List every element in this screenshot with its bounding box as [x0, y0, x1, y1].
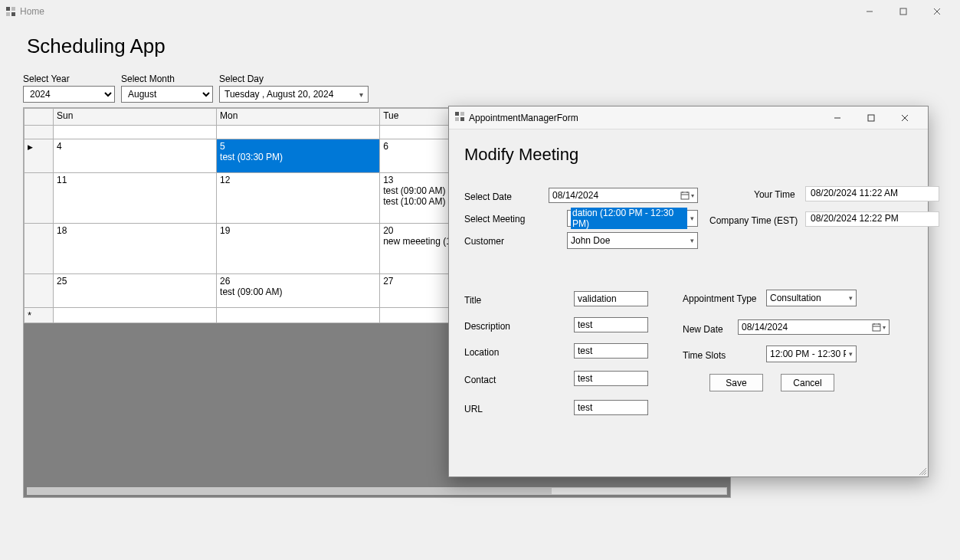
calendar-cell[interactable]: [217, 126, 380, 139]
dialog-minimize-button[interactable]: [821, 107, 854, 129]
svg-rect-11: [460, 117, 464, 121]
chevron-down-icon: ▾: [687, 215, 694, 222]
dialog-heading: Modify Meeting: [464, 145, 912, 165]
calendar-cell[interactable]: 4: [54, 139, 217, 173]
select-day-label: Select Day: [219, 74, 369, 84]
time-slots-dropdown[interactable]: 12:00 PM - 12:30 PM ▾: [766, 345, 857, 362]
year-select[interactable]: 2024: [23, 86, 115, 103]
calendar-cell[interactable]: [217, 308, 380, 323]
description-input[interactable]: [574, 317, 648, 332]
calendar-cell[interactable]: 26test (09:00 AM): [217, 274, 380, 308]
row-gutter: [25, 274, 54, 308]
svg-rect-5: [900, 8, 906, 15]
select-date-picker[interactable]: 08/14/2024 ▾: [549, 188, 698, 203]
svg-rect-2: [6, 12, 10, 16]
calendar-cell[interactable]: 18: [54, 224, 217, 274]
calendar-cell[interactable]: 11: [54, 173, 217, 224]
svg-rect-1: [11, 7, 15, 11]
app-icon: [455, 112, 464, 123]
chevron-down-icon: ▾: [687, 237, 694, 244]
calendar-cell[interactable]: [54, 308, 217, 323]
url-input[interactable]: [574, 400, 648, 415]
resize-grip[interactable]: [917, 466, 926, 475]
horizontal-scrollbar[interactable]: [27, 486, 727, 496]
contact-label: Contact: [464, 375, 496, 385]
contact-input[interactable]: [574, 371, 648, 386]
chevron-down-icon: ▾: [359, 90, 363, 99]
dialog-close-button[interactable]: [888, 107, 922, 129]
customer-dropdown[interactable]: John Doe ▾: [567, 232, 698, 249]
appointment-manager-dialog: AppointmentManagerForm Modify Meeting Se…: [448, 106, 929, 477]
calendar-cell[interactable]: 5test (03:30 PM): [217, 139, 380, 173]
row-gutter: [25, 173, 54, 224]
customer-label: Customer: [464, 236, 504, 247]
calendar-cell[interactable]: 12: [217, 173, 380, 224]
title-label: Title: [464, 295, 481, 306]
location-label: Location: [464, 347, 499, 358]
close-button[interactable]: [920, 1, 954, 22]
day-datepicker[interactable]: Tuesday , August 20, 2024 ▾: [219, 86, 369, 103]
chevron-down-icon: ▾: [846, 294, 853, 302]
calendar-icon: ▾: [680, 191, 694, 200]
time-slots-label: Time Slots: [683, 350, 726, 361]
page-title: Scheduling App: [27, 34, 960, 58]
save-button[interactable]: Save: [709, 374, 763, 391]
calendar-gutter-header: [25, 109, 54, 126]
dialog-maximize-button[interactable]: [854, 107, 888, 129]
maximize-button[interactable]: [886, 1, 920, 22]
new-date-picker[interactable]: 08/14/2024 ▾: [738, 319, 890, 335]
cancel-button[interactable]: Cancel: [781, 374, 834, 391]
your-time-value: 08/20/2024 11:22 AM: [805, 186, 939, 201]
calendar-header-sun[interactable]: Sun: [54, 109, 217, 126]
appointment-type-dropdown[interactable]: Consultation ▾: [766, 290, 857, 306]
select-month-label: Select Month: [121, 74, 213, 84]
row-gutter: [25, 308, 54, 323]
select-date-label: Select Date: [464, 192, 512, 202]
dialog-titlebar[interactable]: AppointmentManagerForm: [449, 106, 928, 129]
select-meeting-label: Select Meeting: [464, 214, 525, 224]
title-input[interactable]: [574, 291, 648, 306]
svg-rect-3: [11, 12, 15, 16]
svg-rect-8: [455, 112, 459, 116]
svg-rect-10: [455, 117, 459, 121]
main-window-titlebar: Home: [0, 0, 960, 23]
calendar-header-mon[interactable]: Mon: [217, 109, 380, 126]
select-year-label: Select Year: [23, 74, 115, 84]
svg-rect-20: [873, 324, 880, 331]
app-icon: [6, 7, 15, 16]
company-time-value: 08/20/2024 12:22 PM: [805, 211, 939, 227]
url-label: URL: [464, 404, 483, 414]
svg-rect-13: [868, 115, 874, 121]
calendar-icon: ▾: [872, 323, 886, 332]
calendar-cell[interactable]: 25: [54, 274, 217, 308]
svg-rect-9: [460, 112, 464, 116]
dialog-title: AppointmentManagerForm: [469, 113, 578, 123]
company-time-label: Company Time (EST): [709, 215, 798, 226]
your-time-label: Your Time: [754, 189, 795, 200]
row-gutter: [25, 126, 54, 139]
svg-rect-16: [681, 192, 689, 199]
svg-rect-0: [6, 7, 10, 11]
minimize-button[interactable]: [853, 1, 886, 22]
row-gutter: [25, 139, 54, 173]
window-title: Home: [20, 6, 44, 17]
month-select[interactable]: August: [121, 86, 213, 103]
calendar-cell[interactable]: 19: [217, 224, 380, 274]
appointment-type-label: Appointment Type: [683, 293, 757, 304]
select-meeting-dropdown[interactable]: dation (12:00 PM - 12:30 PM) ▾: [567, 210, 698, 227]
new-date-label: New Date: [683, 324, 723, 335]
description-label: Description: [464, 321, 510, 332]
chevron-down-icon: ▾: [846, 350, 853, 358]
calendar-cell[interactable]: [54, 126, 217, 139]
location-input[interactable]: [574, 343, 648, 359]
row-gutter: [25, 224, 54, 274]
